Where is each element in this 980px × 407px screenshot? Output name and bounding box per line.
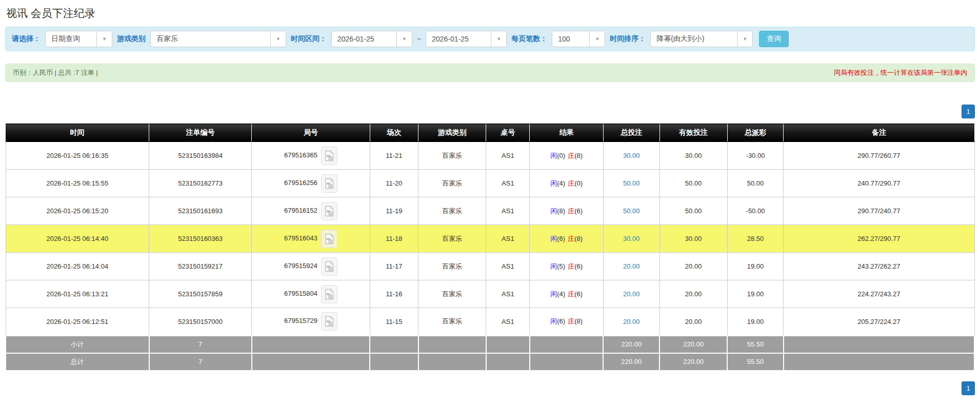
table-row: 2026-01-25 06:12:51 523150157000 6795157… xyxy=(6,308,974,336)
search-button[interactable]: 查询 xyxy=(759,31,789,47)
time-sort-value: 降幂(由大到小) xyxy=(651,31,737,47)
cell-round-id: 679516152 xyxy=(252,197,370,225)
col-valid-bet: 有效投注 xyxy=(659,124,727,142)
cell-remark: 290.77/240.77 xyxy=(784,197,974,225)
cell-valid-bet: 50.00 xyxy=(659,197,727,225)
cell-table-no: AS1 xyxy=(486,225,530,253)
video-playback-button[interactable] xyxy=(321,230,337,248)
result-player-score: (0) xyxy=(557,152,565,159)
cell-result: 闲(4)庄(0) xyxy=(530,170,604,197)
page-1-button[interactable]: 1 xyxy=(962,381,975,395)
time-sort-select[interactable]: 降幂(由大到小) ▼ xyxy=(650,31,753,47)
total-bet-link[interactable]: 30.00 xyxy=(623,235,640,242)
cell-time: 2026-01-25 06:12:51 xyxy=(6,308,149,336)
date-to-value: 2026-01-25 xyxy=(426,31,491,47)
page-1-button[interactable]: 1 xyxy=(962,105,975,118)
total-bet-link[interactable]: 20.00 xyxy=(623,290,640,298)
result-banker-label: 庄 xyxy=(568,262,574,270)
result-player-score: (6) xyxy=(557,317,565,325)
date-range-separator: ~ xyxy=(417,35,421,43)
total-bet-link[interactable]: 20.00 xyxy=(623,318,640,325)
cell-remark: 224.27/243.27 xyxy=(784,280,974,308)
cell-session: 11-15 xyxy=(370,308,418,336)
cell-valid-bet: 30.00 xyxy=(659,225,727,253)
cell-time: 2026-01-25 06:14:04 xyxy=(6,253,149,280)
table-row: 2026-01-25 06:14:40 523150160363 6795160… xyxy=(6,225,974,253)
cell-valid-bet: 50.00 xyxy=(659,170,727,197)
chevron-down-icon: ▼ xyxy=(396,31,412,47)
cell-round-id: 679515804 xyxy=(252,280,370,308)
cell-result: 闲(5)庄(6) xyxy=(530,253,604,280)
total-bet-link[interactable]: 20.00 xyxy=(623,262,640,270)
cell-game-type: 百家乐 xyxy=(418,253,486,280)
col-session: 场次 xyxy=(370,124,418,142)
cell-total-bet: 30.00 xyxy=(603,142,659,170)
col-bet-id: 注单编号 xyxy=(149,124,252,142)
cell-total-bet: 50.00 xyxy=(603,170,659,197)
result-player-score: (4) xyxy=(557,290,565,298)
cell-game-type: 百家乐 xyxy=(418,142,486,170)
cell-game-type: 百家乐 xyxy=(418,170,486,197)
round-id-text: 679516365 xyxy=(284,151,317,159)
col-time: 时间 xyxy=(6,124,149,142)
result-player-score: (5) xyxy=(557,262,565,270)
video-playback-button[interactable] xyxy=(321,285,337,303)
page-container: 视讯 会员下注纪录 请选择： 日期查询 ▼ 游戏类别 百家乐 ▼ 时间区间： 2… xyxy=(0,0,980,400)
cell-table-no: AS1 xyxy=(486,197,530,225)
result-player-score: (8) xyxy=(557,207,565,215)
video-playback-button[interactable] xyxy=(321,257,337,276)
game-type-select[interactable]: 百家乐 ▼ xyxy=(150,31,286,47)
date-to-input[interactable]: 2026-01-25 ▼ xyxy=(426,31,507,47)
date-from-input[interactable]: 2026-01-25 ▼ xyxy=(331,31,412,47)
query-type-label: 请选择： xyxy=(12,34,41,44)
cell-bet-id: 523150157000 xyxy=(149,308,252,336)
filter-bar: 请选择： 日期查询 ▼ 游戏类别 百家乐 ▼ 时间区间： 2026-01-25 … xyxy=(5,27,975,51)
video-file-icon xyxy=(324,316,334,327)
cell-time: 2026-01-25 06:13:21 xyxy=(6,280,149,308)
summary-bar: 币别：人民币 | 总共 :7 注单 | 同局有效投注，统一计算在该局第一张注单内 xyxy=(5,64,975,82)
valid-bet-notice: 同局有效投注，统一计算在该局第一张注单内 xyxy=(834,68,967,77)
chevron-down-icon: ▼ xyxy=(270,31,286,47)
video-playback-button[interactable] xyxy=(321,202,337,220)
subtotal-valid-bet: 220.00 xyxy=(659,336,727,353)
result-player-label: 闲 xyxy=(550,290,557,298)
cell-session: 11-20 xyxy=(370,170,418,197)
col-payout: 总派彩 xyxy=(727,124,784,142)
page-size-select[interactable]: 100 ▼ xyxy=(552,31,605,47)
cell-round-id: 679516365 xyxy=(252,142,370,170)
result-player-label: 闲 xyxy=(550,207,557,215)
col-round-id: 局号 xyxy=(252,124,370,142)
total-bet-link[interactable]: 50.00 xyxy=(623,179,640,187)
video-playback-button[interactable] xyxy=(321,174,337,193)
col-result: 结果 xyxy=(530,124,604,142)
cell-result: 闲(6)庄(8) xyxy=(530,308,604,336)
cell-game-type: 百家乐 xyxy=(418,308,486,336)
cell-time: 2026-01-25 06:15:20 xyxy=(6,197,149,225)
col-table-no: 桌号 xyxy=(486,124,530,142)
cell-bet-id: 523150163984 xyxy=(149,142,252,170)
date-from-value: 2026-01-25 xyxy=(332,31,396,47)
query-type-value: 日期查询 xyxy=(46,31,96,47)
cell-round-id: 679516043 xyxy=(252,225,370,253)
total-bet-link[interactable]: 50.00 xyxy=(623,207,640,215)
round-id-text: 679515804 xyxy=(284,290,317,297)
cell-result: 闲(8)庄(6) xyxy=(530,197,604,225)
cell-payout: 28.50 xyxy=(727,225,784,253)
subtotal-row: 小计 7 220.00 220.00 55.50 xyxy=(6,336,974,353)
table-row: 2026-01-25 06:14:04 523150159217 6795159… xyxy=(6,253,974,280)
total-bet-link[interactable]: 30.00 xyxy=(623,152,640,159)
video-playback-button[interactable] xyxy=(321,147,337,165)
cell-result: 闲(6)庄(8) xyxy=(530,225,604,253)
cell-session: 11-19 xyxy=(370,197,418,225)
table-row: 2026-01-25 06:16:35 523150163984 6795163… xyxy=(6,142,974,170)
video-playback-button[interactable] xyxy=(321,312,337,331)
cell-table-no: AS1 xyxy=(486,142,530,170)
cell-bet-id: 523150161693 xyxy=(149,197,252,225)
query-type-select[interactable]: 日期查询 ▼ xyxy=(45,31,112,47)
result-banker-score: (6) xyxy=(574,290,583,298)
cell-result: 闲(0)庄(8) xyxy=(530,142,604,170)
result-banker-score: (0) xyxy=(574,179,583,187)
cell-total-bet: 30.00 xyxy=(603,225,659,253)
game-type-label: 游戏类别 xyxy=(117,34,146,44)
cell-bet-id: 523150162773 xyxy=(149,170,252,197)
